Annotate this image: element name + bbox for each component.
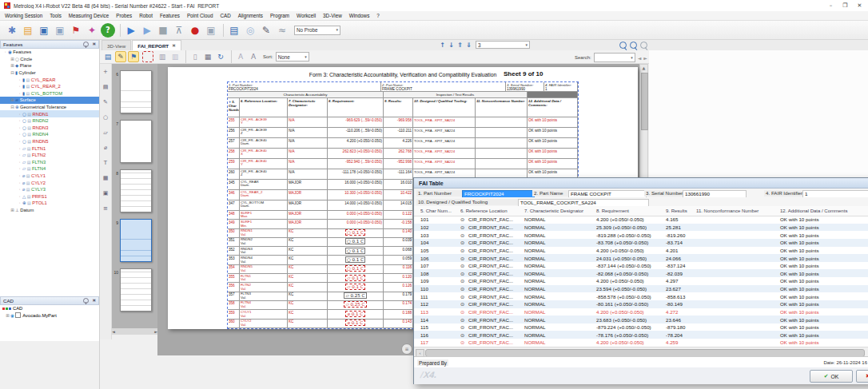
zoom-out-icon[interactable] [640, 42, 647, 49]
ok-button[interactable]: ✔ OK [810, 370, 853, 383]
menu-probes[interactable]: Probes [116, 13, 132, 18]
menu-measuring-device[interactable]: Measuring Device [69, 13, 109, 18]
thumbnail-scrollbar[interactable]: ◄ ► [112, 328, 157, 335]
help-icon[interactable]: ? [101, 23, 115, 38]
list-tool-icon[interactable]: ≡ [103, 205, 108, 212]
menu-robot[interactable]: Robot [139, 13, 153, 18]
fai-row-108[interactable]: 108⊙CIR_FRONT_FAC...NORMAL-82.068 (+0.05… [414, 269, 868, 277]
close-panel-icon[interactable]: ✖ [92, 42, 96, 47]
menu-program[interactable]: Program [270, 13, 289, 18]
text-tool-icon[interactable]: T [104, 160, 107, 166]
scroll-right-icon[interactable]: ► [154, 330, 157, 334]
font-decrease-icon[interactable]: A [235, 51, 246, 62]
tree-item-features[interactable]: ·◉Features [0, 49, 99, 56]
selection-rectangle-icon[interactable] [142, 51, 153, 62]
menu-working-session[interactable]: Working Session [5, 13, 42, 18]
cylinder-tool-icon[interactable]: ⌀ [104, 145, 107, 151]
fai-row-103[interactable]: 103⊙CIR_FRONT_FAC...NORMAL-819.288 (+0.0… [414, 231, 868, 239]
fai-row-112[interactable]: 112⊙CIR_FRONT_FAC...NORMAL-80.161 (+0.05… [414, 300, 868, 308]
search-prev-icon[interactable]: ◄ [638, 55, 642, 61]
fai-column-header-7-characteristic-designator[interactable]: 7. Characteristic Designator [524, 208, 583, 213]
circle-tool-icon[interactable]: ○ [103, 114, 108, 121]
font-increase-icon[interactable]: A [248, 51, 259, 62]
tree-item-plane[interactable]: ⊞◆Plane [0, 62, 99, 69]
probe-icon[interactable]: ✦ [85, 23, 99, 38]
fai-row-104[interactable]: 104⊙CIR_FRONT_FAC...NORMAL-83.708 (+0.05… [414, 239, 868, 247]
dialog-field-value-4-fair-identifier[interactable]: 1 [802, 190, 868, 198]
tree-item-rndn5[interactable]: ·○▤RNDN5 [0, 138, 99, 145]
pin-icon[interactable] [83, 42, 89, 47]
dialog-field-value-2-part-name[interactable]: FRAME COCKPIT [568, 190, 647, 198]
page-thumbnail-6[interactable] [120, 70, 152, 113]
tree-item-cylinder[interactable]: ⊟▮Cylinder [0, 69, 99, 77]
working-session-icon[interactable]: ✱ [5, 23, 19, 38]
menu-windows[interactable]: Windows [349, 13, 370, 18]
table-tool-icon[interactable]: ▦ [103, 175, 109, 181]
fai-row-107[interactable]: 107⊙CIR_FRONT_FAC...NORMAL-837.144 (+0.0… [414, 262, 868, 270]
tree-item-rndn2[interactable]: ·○▤RNDN2 [0, 117, 99, 125]
fai-column-header-9-results[interactable]: 9. Results [666, 208, 687, 213]
fai-column-header-6-reference-location[interactable]: 6. Reference Location [460, 208, 508, 213]
sort-select[interactable]: None ▾ [276, 52, 309, 62]
fai-row-106[interactable]: 106⊙CIR_FRONT_FAC...NORMAL24.031 (+0.050… [414, 254, 868, 262]
play-icon[interactable]: ▶ [124, 23, 138, 38]
tree-item-rndn1[interactable]: ·○▤RNDN1 [0, 110, 99, 117]
scroll-left-icon[interactable]: ◄ [112, 330, 115, 334]
record-icon[interactable]: ● [188, 23, 202, 38]
fai-row-117[interactable]: 117⊙CIR_FRONT_FAC...NORMAL4.200 (+0.050/… [414, 339, 868, 347]
flag-icon[interactable]: ⚑ [69, 23, 83, 38]
tree-item-fltn3[interactable]: ·▱▤FLTN3 [0, 159, 99, 166]
first-item-icon[interactable]: ⇑ [456, 42, 464, 49]
last-item-icon[interactable]: ⇓ [464, 42, 473, 49]
fai-row-109[interactable]: 109⊙CIR_FRONT_FAC...NORMAL4.200 (+0.050/… [414, 277, 868, 285]
print-icon[interactable]: ▤ [102, 51, 113, 62]
tree-item-cyly3[interactable]: ·⌀▤CYLY3 [0, 186, 99, 193]
tree-item-cyl-rear-2[interactable]: ·▮▤CYL_REAR_2 [0, 83, 99, 90]
expander-icon[interactable]: ⊟ [10, 105, 15, 109]
page-selector[interactable]: 3▾ [476, 41, 530, 49]
next-item-icon[interactable]: ↓ [447, 42, 456, 49]
flag-report-icon[interactable]: ⚑ [128, 51, 139, 62]
fai-row-101[interactable]: 101⊙CIR_FRONT_FAC...NORMAL4.200 (+0.050/… [414, 216, 868, 224]
page-thumbnail-10[interactable] [120, 268, 152, 312]
crosshair-tool-icon[interactable]: + [103, 69, 108, 75]
fai-row-115[interactable]: 115⊙CIR_FRONT_FAC...NORMAL-879.224 (+0.0… [414, 324, 868, 331]
menu-3d-view[interactable]: 3D-View [323, 13, 342, 18]
tree-item-ptol1[interactable]: ·⊕▤PTOL1 [0, 200, 99, 207]
menu-cad[interactable]: CAD [220, 13, 230, 18]
expander-icon[interactable]: ⊟ [10, 70, 15, 75]
tree-item-fltn2[interactable]: ·▱▤FLTN2 [0, 152, 99, 159]
fai-column-header-8-requirement[interactable]: 8. Requirement [596, 208, 629, 213]
fai-row-102[interactable]: 102⊙CIR_FRONT_FAC...NORMAL25.309 (+0.050… [414, 224, 868, 232]
tree-item-geometrical-tolerance[interactable]: ⊟⊕Geometrical Tolerance [0, 104, 99, 111]
save-icon[interactable]: ▣ [37, 23, 51, 38]
tree-item-cyly1[interactable]: ·⌀▤CYLY1 [0, 173, 99, 180]
flatness-tool-icon[interactable]: ▱ [103, 129, 107, 136]
fai-row-114[interactable]: 114⊙CIR_FRONT_FAC...NORMAL23.683 (+0.050… [414, 316, 868, 324]
report-options-button[interactable]: ≡ [401, 343, 412, 355]
close-tab-icon[interactable]: ✖ [172, 43, 176, 48]
table-icon[interactable]: ▦ [202, 51, 213, 62]
expander-icon[interactable]: ⊞ [10, 97, 15, 102]
dialog-field-value-1-part-number[interactable]: FRCOCKPIT2024 [462, 190, 535, 198]
zoom-selection-icon[interactable] [619, 42, 627, 49]
image-tool-icon[interactable]: ▣ [103, 190, 109, 196]
tree-item-surface[interactable]: ⊞▰Surface [0, 97, 99, 104]
search-next-icon[interactable]: ► [643, 55, 647, 61]
menu-features[interactable]: Features [160, 13, 180, 18]
tree-item-rndn3[interactable]: ·○▤RNDN3 [0, 125, 99, 132]
tree-item-circle[interactable]: ⊞○Circle [0, 56, 99, 63]
fai-column-header-12-additional-data-comments[interactable]: 12. Additional Data / Comments [780, 208, 847, 213]
page-thumbnail-7[interactable] [120, 120, 152, 163]
fai-row-116[interactable]: 116⊙CIR_FRONT_FAC...NORMAL-78.176 (+0.05… [414, 331, 868, 339]
cad-root-item[interactable]: CAD [0, 305, 99, 312]
tree-item-cyl-bottom[interactable]: ·▮▤CYL_BOTTOM [0, 90, 99, 97]
report-folder-icon[interactable]: ▤ [227, 23, 241, 38]
copy-page-icon[interactable]: ▥ [169, 51, 181, 62]
fai-column-header-11-nonconformance-number[interactable]: 11. Nonconformance Number [696, 208, 759, 213]
minimize-button[interactable]: – [824, 1, 838, 10]
align-icon[interactable]: ⊼ [172, 23, 186, 38]
fai-row-105[interactable]: 105⊙CIR_FRONT_FAC...NORMAL4.200 (+0.050/… [414, 247, 868, 255]
tree-item-rndn4[interactable]: ·○▤RNDN4 [0, 131, 99, 138]
cancel-button[interactable]: ✖ Cancel [856, 370, 868, 383]
